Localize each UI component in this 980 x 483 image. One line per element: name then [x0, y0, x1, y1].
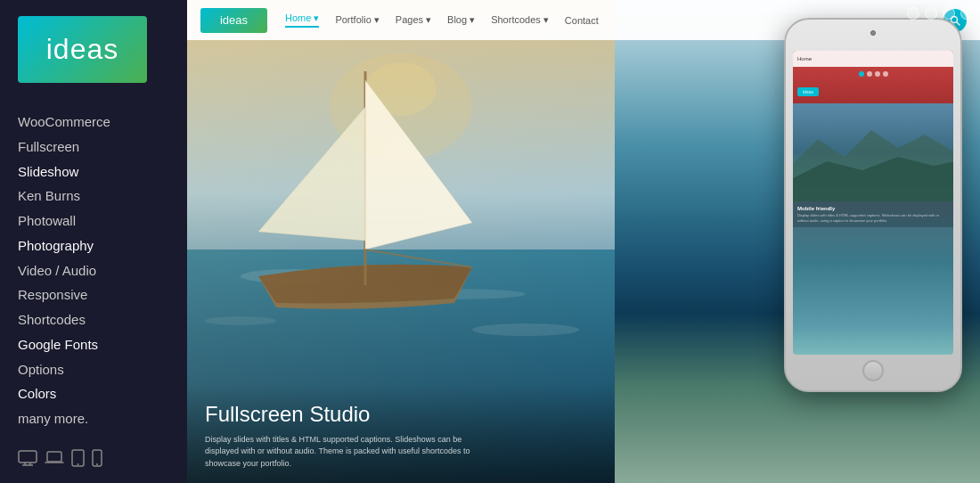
- device-icons: [0, 440, 187, 476]
- laptop-icon: [45, 451, 64, 465]
- window-controls: [907, 7, 973, 20]
- feature-photowall[interactable]: Photowall: [18, 209, 169, 233]
- phone-dot-1: [859, 71, 864, 77]
- phone-dot-2: [867, 71, 872, 77]
- woo-badge: WOO COMMERCE: [0, 476, 187, 483]
- svg-point-8: [96, 463, 98, 465]
- phone-nav: Home: [793, 51, 953, 67]
- nav-logo-text: ideas: [220, 13, 248, 27]
- feature-woocommerce[interactable]: WooCommerce: [18, 110, 169, 135]
- feature-colors[interactable]: Colors: [18, 381, 169, 406]
- phone-dots: [793, 71, 953, 77]
- nav-item-contact[interactable]: Contact: [565, 15, 599, 26]
- sidebar: ideas WooCommerce Fullscreen Slideshow K…: [0, 0, 187, 483]
- bottom-overlay: Fullscreen Studio Display slides with ti…: [187, 384, 615, 484]
- phone-description: Display slides with titles & HTML suppor…: [797, 213, 949, 223]
- phone-title: Mobile friendly: [797, 206, 949, 211]
- nav-item-blog[interactable]: Blog ▾: [447, 14, 475, 26]
- phone-dot-4: [883, 71, 888, 77]
- feature-slideshow[interactable]: Slideshow: [18, 160, 169, 184]
- window-maximize-btn[interactable]: [943, 7, 955, 20]
- feature-many-more: many more.: [18, 406, 169, 431]
- logo-badge[interactable]: ideas: [18, 16, 147, 83]
- feature-photography[interactable]: Photography: [18, 233, 169, 258]
- sidebar-features: WooCommerce Fullscreen Slideshow Ken Bur…: [0, 99, 187, 440]
- sidebar-logo-area: ideas: [0, 0, 187, 99]
- nav-logo[interactable]: ideas: [200, 8, 267, 33]
- phone-mockup: Home ideas: [784, 18, 962, 392]
- feature-shortcodes[interactable]: Shortcodes: [18, 307, 169, 332]
- phone-dot-3: [875, 71, 880, 77]
- main-content: ideas Home ▾ Portfolio ▾ Pages ▾ Blog ▾ …: [187, 0, 980, 483]
- feature-kenburns[interactable]: Ken Burns: [18, 184, 169, 209]
- phone-text-area: Mobile friendly Display slides with titl…: [793, 201, 953, 227]
- phone-icon: [92, 449, 102, 467]
- nav-item-portfolio[interactable]: Portfolio ▾: [335, 14, 379, 26]
- nav-item-pages[interactable]: Pages ▾: [396, 14, 431, 26]
- phone-mountain-area: [793, 103, 953, 201]
- hero-description: Display slides with titles & HTML suppor…: [205, 434, 472, 471]
- window-minimize-btn[interactable]: [925, 7, 937, 20]
- window-fullscreen-btn[interactable]: [960, 7, 973, 20]
- nav-item-shortcodes[interactable]: Shortcodes ▾: [491, 14, 549, 26]
- phone-nav-label: Home: [797, 56, 812, 61]
- phone-camera: [870, 30, 876, 36]
- logo-text: ideas: [46, 33, 119, 66]
- hero-title: Fullscreen Studio: [205, 402, 597, 427]
- phone-home-button[interactable]: [862, 360, 884, 381]
- feature-responsive[interactable]: Responsive: [18, 282, 169, 307]
- window-close-btn[interactable]: [907, 7, 919, 20]
- tablet-icon: [71, 449, 85, 467]
- feature-google-fonts[interactable]: Google Fonts: [18, 332, 169, 357]
- nav-item-home[interactable]: Home ▾: [285, 12, 319, 28]
- feature-video-audio[interactable]: Video / Audio: [18, 258, 169, 283]
- feature-fullscreen[interactable]: Fullscreen: [18, 135, 169, 160]
- svg-rect-4: [47, 452, 61, 462]
- svg-point-6: [78, 463, 79, 465]
- phone-outer: Home ideas: [784, 18, 962, 392]
- phone-teal-badge: ideas: [797, 87, 819, 96]
- svg-rect-0: [19, 451, 37, 463]
- phone-screen: Home ideas: [793, 51, 953, 355]
- feature-options[interactable]: Options: [18, 357, 169, 382]
- monitor-icon: [18, 450, 37, 466]
